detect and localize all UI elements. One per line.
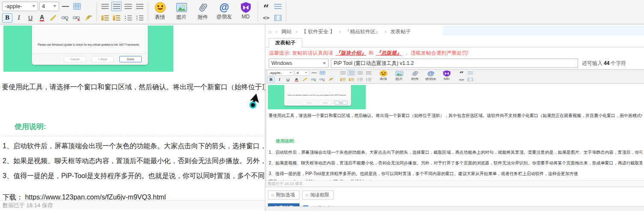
indent-button[interactable] [111,13,122,23]
outdent-button[interactable] [100,13,110,23]
font-size-select[interactable]: 4 [39,2,59,11]
font-color-button[interactable]: A [293,77,300,82]
post-image-large[interactable]: Please use Windows Update to check for a… [3,26,173,72]
indent-icon [349,78,354,81]
chevron-down-icon [305,72,307,73]
columns-button[interactable] [466,77,474,82]
category-select[interactable]: Windows [269,59,329,68]
clear-format-button[interactable] [83,13,93,23]
align-left-icon [340,71,346,74]
page-footer-bar [266,206,644,211]
post-image-small[interactable]: Please use Windows Update to check for a… [268,85,366,109]
home-icon[interactable]: ⌂ [268,28,272,35]
horizontal-rule-button[interactable]: — [60,2,71,11]
bold-button[interactable]: B [267,77,275,82]
blockquote-button[interactable]: “ [261,2,271,11]
underline-button[interactable]: U [25,13,36,23]
underline-button[interactable]: U [284,77,292,82]
font-size-value: 4 [297,71,299,75]
align-justify-button[interactable] [134,2,145,11]
font-size-select[interactable]: 4 [295,70,309,76]
bold-button[interactable]: B [2,13,12,23]
markdown-button[interactable]: MD [237,2,255,20]
post-screenshot-image: Please use Windows Update to check for a… [268,85,366,109]
insert-table-button[interactable] [72,2,82,11]
align-center-button[interactable] [347,70,355,76]
dotnet-setup-dialog: Please use Windows Update to check for a… [284,85,351,106]
font-color-button[interactable]: A [37,13,47,23]
board-intro-link[interactable]: 『版块介绍』 [335,50,366,56]
emoji-button[interactable]: 表情 [377,70,390,81]
code-button[interactable]: <> [261,13,271,23]
usage-heading: 使用说明: [276,138,642,144]
insert-image-button[interactable]: 图片 [172,2,190,21]
insert-table-button[interactable] [319,70,326,76]
download-label: 下载： [3,193,23,201]
breadcrumb-item-category[interactable]: 【 软件安全 】 [301,29,335,35]
paragraph-indent-button[interactable] [273,2,283,11]
breadcrumb-item-board[interactable]: 『精品软件区』 [345,29,381,35]
font-family-select[interactable]: -apple- [267,70,294,76]
insert-image-button[interactable]: 图片 [392,70,406,81]
picture-icon [176,2,187,13]
italic-button[interactable]: I [276,77,283,82]
dialog-footer: Cancel < Back Done [285,100,351,106]
font-family-select[interactable]: -apple- [2,2,38,11]
post-title-input[interactable] [331,59,578,68]
clear-format-button[interactable] [327,77,335,82]
editor-content-area[interactable]: Please use Windows Update to check for a… [266,84,644,180]
insert-link-button[interactable] [310,77,318,82]
mention-button[interactable]: @ @朋友 [215,2,233,21]
highlight-button[interactable] [48,13,59,23]
unordered-list-button[interactable] [365,77,372,82]
outdent-button[interactable] [339,77,347,82]
dialog-cancel-button: Cancel [64,56,86,62]
indent-button[interactable] [347,77,355,82]
dialog-message: Please use Windows Update to check for a… [38,43,143,46]
paragraph-indent-button[interactable] [466,70,474,76]
insert-link-button[interactable] [60,13,70,23]
remove-link-button[interactable] [318,77,326,82]
align-right-button[interactable] [356,70,364,76]
ordered-list-button[interactable] [356,77,364,82]
align-center-button[interactable] [111,2,122,11]
italic-button[interactable]: I [14,13,24,23]
title-form-row: Windows 还可输入44个字符 [269,59,644,68]
dialog-done-button: Done [119,56,142,62]
blockquote-button[interactable]: “ [458,70,466,76]
download-url[interactable]: https://www.123pan.com/s/fZu6jv-m9VQ3.ht… [25,193,166,201]
extra-options-button[interactable]: 附加选项 [268,190,300,199]
ordered-list-button[interactable] [123,13,133,23]
align-center-icon [113,4,120,9]
highlight-button[interactable] [301,77,309,82]
unordered-list-button[interactable] [134,13,145,23]
align-left-button[interactable] [100,2,110,11]
tab-new-post[interactable]: 发表帖子 [269,38,302,48]
rules-link[interactable]: 『总版规』 [376,50,402,56]
table-icon [320,71,325,75]
usage-item-1: 1、启动软件后，屏幕顶端会出现一个灰色的功能条。大家点击向下的箭头，选择窗口，截… [3,142,265,150]
horizontal-rule-button[interactable]: — [310,70,318,76]
broom-icon [84,15,92,21]
ordered-list-icon [125,15,132,21]
broom-icon [328,77,333,81]
download-url[interactable]: https://www.123pan.com/s/fZu6jv-m9VQ3.ht… [283,179,371,180]
align-justify-button[interactable] [365,70,372,76]
emoji-button[interactable]: 表情 [151,2,169,21]
align-right-button[interactable] [123,2,133,11]
read-permission-button[interactable]: 阅读权限 [302,190,334,199]
attachment-button[interactable]: 附件 [194,2,212,21]
download-line: 下载： https://www.123pan.com/s/fZu6jv-m9VQ… [269,179,642,180]
dialog-cancel-button: Cancel [303,101,315,104]
markdown-button[interactable]: MD [440,70,453,80]
link-add-icon [311,77,316,81]
align-left-button[interactable] [339,70,347,76]
attachment-button[interactable]: 附件 [408,70,421,81]
mention-button[interactable]: @ @朋友 [424,70,437,81]
remove-link-button[interactable] [71,13,82,23]
toolbar-divider [286,2,286,22]
align-right-icon [125,4,132,9]
columns-button[interactable] [273,13,283,23]
code-button[interactable]: <> [458,77,466,82]
breadcrumb-item-site[interactable]: 网站 [282,29,292,35]
